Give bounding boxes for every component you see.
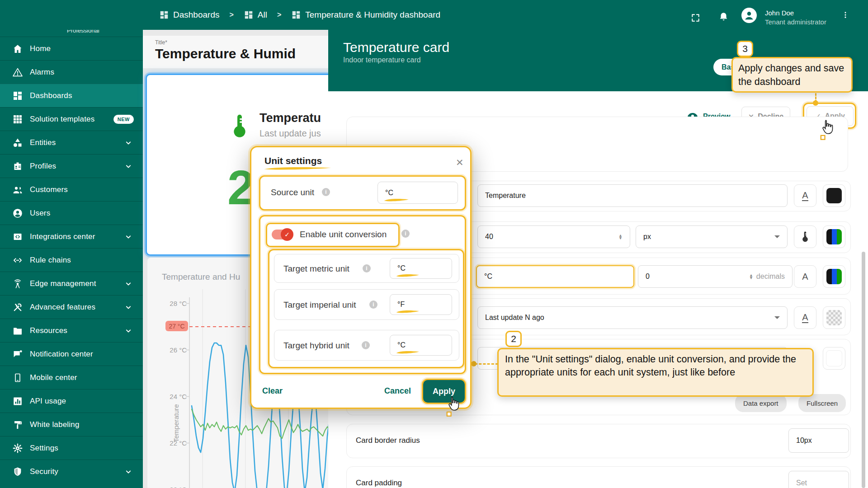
scrollbar[interactable]	[862, 252, 865, 488]
sidebar-item-solution-templates[interactable]: Solution templatesNEW	[0, 107, 143, 131]
title-field-label: Title*	[155, 39, 167, 46]
breadcrumb-temperature-humidity-dashboard[interactable]: Temperature & Humidity dashboard	[291, 10, 440, 20]
sidebar-item-users[interactable]: Users	[0, 201, 143, 225]
sidebar-item-dashboards[interactable]: Dashboards	[0, 84, 143, 107]
alarms-icon	[12, 66, 24, 78]
solution-templates-icon	[12, 113, 24, 125]
sidebar-item-alarms[interactable]: Alarms	[0, 60, 143, 84]
sidebar-item-customers[interactable]: Customers	[0, 178, 143, 201]
label-value-input[interactable]: Temperature	[477, 184, 788, 207]
info-icon[interactable]: i	[362, 341, 370, 349]
callout-step3: Apply changes and save the dashboard	[731, 57, 853, 93]
sidebar-item-entities[interactable]: Entities	[0, 131, 143, 154]
dialog-clear-button[interactable]: Clear	[262, 386, 283, 396]
sidebar-item-label: Rule chains	[30, 256, 71, 265]
label-font-style-button[interactable]: A	[794, 184, 816, 207]
sidebar-item-security[interactable]: Security	[0, 460, 143, 483]
sidebar-item-profiles[interactable]: Profiles	[0, 154, 143, 178]
sidebar-item-white-labeling[interactable]: White labeling	[0, 413, 143, 436]
decimals-font-button[interactable]: A	[794, 265, 816, 288]
sidebar-item-api-usage[interactable]: API usage	[0, 389, 143, 413]
info-icon[interactable]: i	[401, 230, 410, 238]
sidebar-item-resources[interactable]: Resources	[0, 319, 143, 342]
dashboard-title-field[interactable]: Title* Temperature & Humid	[143, 36, 328, 68]
thingsboard-app: ThingsBoard Professional HomeAlarmsDashb…	[0, 0, 868, 488]
background-color-button[interactable]	[823, 347, 845, 370]
sidebar-item-rule-chains[interactable]: Rule chains	[0, 248, 143, 272]
value-font-button[interactable]	[794, 225, 816, 248]
callout3-number: 3	[737, 41, 753, 57]
info-icon[interactable]: i	[369, 300, 377, 309]
callout2-connector	[475, 363, 498, 365]
font-size-input[interactable]: 40 ▲▼	[477, 225, 630, 248]
sidebar-item-label: Dashboards	[30, 91, 72, 100]
dialog-close-icon[interactable]: ✕	[456, 157, 464, 168]
target-metric-row: Target metric unit i °C	[274, 254, 459, 283]
stepper-arrows-icon[interactable]: ▲▼	[618, 234, 623, 240]
new-badge: NEW	[113, 115, 134, 124]
sidebar-item-advanced-features[interactable]: Advanced features	[0, 295, 143, 319]
font-size-unit-select[interactable]: px	[636, 225, 788, 248]
edge-management-icon	[12, 278, 24, 290]
last-update-color-button[interactable]	[823, 306, 845, 329]
stepper-arrows-icon[interactable]: ▲▼	[749, 274, 753, 280]
unit-conversion-toggle[interactable]: ✓	[272, 230, 292, 239]
info-icon[interactable]: i	[363, 264, 371, 272]
panel-subtitle: Indoor temperature card	[343, 56, 421, 64]
last-update-font-button[interactable]: A	[794, 306, 816, 329]
avatar[interactable]	[741, 8, 757, 23]
callout2-number: 2	[505, 331, 522, 347]
metric-swoosh	[396, 273, 420, 278]
breadcrumb: Dashboards>All>Temperature & Humidity da…	[159, 0, 440, 30]
more-menu-icon[interactable]	[840, 9, 851, 20]
card-padding-placeholder: Set	[796, 479, 807, 487]
sidebar-item-label: Customers	[30, 185, 68, 194]
target-imperial-value: °F	[397, 300, 405, 309]
toggle-box: ✓ Enable unit conversion	[266, 223, 400, 247]
target-hybrid-label: Target hybrid unit	[283, 341, 349, 351]
customers-icon	[12, 184, 24, 196]
units-input-highlighted[interactable]: °C	[476, 265, 634, 288]
threshold-badge: 27 °C	[165, 321, 188, 331]
sidebar-item-integrations-center[interactable]: Integrations center	[0, 225, 143, 248]
last-update-select[interactable]: Last update N ago	[477, 306, 788, 329]
advanced-features-icon	[12, 301, 24, 313]
sidebar-item-edge-management[interactable]: Edge management	[0, 272, 143, 295]
sidebar-item-label: White labeling	[30, 420, 80, 429]
y-tick-label: 28 °C	[156, 300, 187, 307]
data-export-chip[interactable]: Data export	[735, 394, 787, 412]
card-border-radius-row: Card border radius	[346, 424, 851, 458]
sidebar-item-notification-center[interactable]: Notification center	[0, 342, 143, 366]
sidebar-item-label: Mobile center	[30, 373, 77, 382]
sidebar-item-label: Users	[30, 209, 50, 218]
entities-icon	[12, 137, 24, 149]
dialog-cancel-button[interactable]: Cancel	[384, 386, 411, 396]
sidebar-item-label: Notification center	[30, 350, 93, 359]
font-size-value: 40	[485, 233, 493, 241]
decimals-input[interactable]: 0 ▲▼ decimals	[638, 265, 793, 288]
notification-center-icon	[12, 348, 24, 360]
thermometer-icon	[798, 230, 812, 244]
user-role: Tenant administrator	[765, 18, 826, 26]
decimals-color-button[interactable]	[823, 265, 845, 288]
sidebar-menu: HomeAlarmsDashboardsSolution templatesNE…	[0, 37, 143, 483]
users-icon	[12, 207, 24, 219]
sidebar-item-mobile-center[interactable]: Mobile center	[0, 366, 143, 389]
target-imperial-row: Target imperial unit i °F	[274, 289, 459, 320]
sidebar-item-settings[interactable]: Settings	[0, 436, 143, 460]
card-border-radius-input[interactable]: 10px	[788, 428, 849, 453]
sidebar-item-label: Entities	[30, 138, 56, 147]
sidebar-item-home[interactable]: Home	[0, 37, 143, 60]
breadcrumb-all[interactable]: All	[244, 10, 267, 20]
target-hybrid-row: Target hybrid unit i °C	[274, 330, 459, 361]
label-color-button[interactable]	[823, 184, 845, 207]
breadcrumb-dashboards[interactable]: Dashboards	[159, 10, 219, 20]
sidebar: ThingsBoard Professional HomeAlarmsDashb…	[0, 0, 143, 488]
value-color-button[interactable]	[823, 225, 845, 248]
humidity-series-line	[192, 409, 330, 438]
info-icon[interactable]: i	[322, 188, 330, 196]
fullscreen-chip[interactable]: Fullscreen	[798, 394, 846, 412]
card-padding-input[interactable]: Set	[788, 471, 849, 488]
notifications-bell-icon[interactable]	[718, 11, 730, 23]
fullscreen-icon[interactable]	[690, 13, 701, 23]
